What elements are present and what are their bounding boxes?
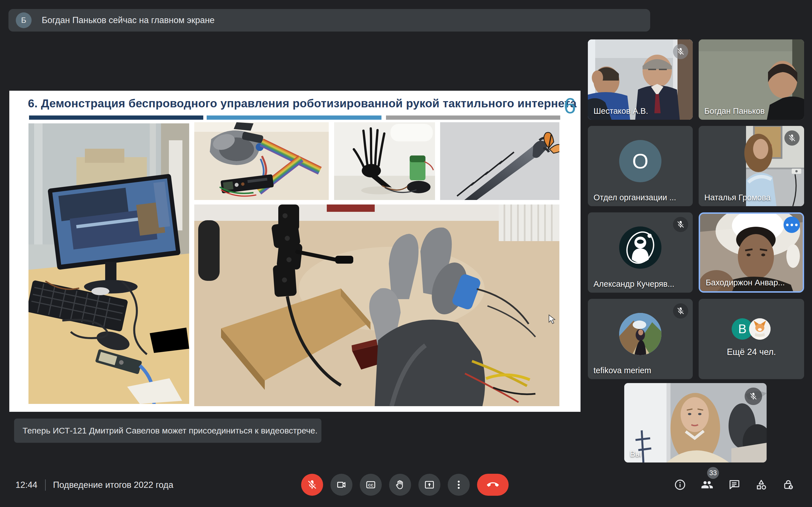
- bottom-bar-divider: [45, 480, 46, 491]
- participant-name: Наталья Громова: [704, 193, 770, 202]
- figure-avatar-icon: [619, 226, 661, 269]
- camera-toggle-button[interactable]: [331, 474, 352, 496]
- participant-name: Александр Кучеряв...: [594, 279, 674, 289]
- participant-name: Отдел организации ...: [594, 193, 676, 202]
- meeting-title: Подведение итогов 2022 года: [53, 480, 173, 491]
- clock-time: 12:44: [15, 480, 38, 491]
- more-dot: [786, 224, 789, 226]
- mic-muted-indicator: [673, 303, 688, 319]
- participant-name: Богдан Паньков: [704, 107, 765, 116]
- slide-photo-robot-hand: [334, 122, 435, 200]
- meeting-details-button[interactable]: [674, 478, 686, 491]
- title-underline-blue: [207, 115, 382, 120]
- photo-avatar: [619, 313, 661, 355]
- participant-tile-bogdan[interactable]: Богдан Паньков: [699, 40, 804, 120]
- letter-avatar-initial: О: [632, 149, 649, 173]
- presenter-avatar-letter: Б: [21, 16, 26, 25]
- fox-avatar-icon: [749, 318, 770, 340]
- info-icon: [674, 478, 686, 491]
- call-end-icon: [487, 479, 499, 491]
- mic-muted-indicator: [673, 217, 688, 232]
- participant-tile-overflow[interactable]: B Ещё 24 чел.: [699, 299, 804, 379]
- presenter-avatar: Б: [16, 12, 32, 28]
- slide-photo-desk-monitor: [29, 123, 189, 404]
- slide-photo-glove-cables: [194, 122, 329, 200]
- mic-off-icon: [307, 480, 317, 490]
- raise-hand-button[interactable]: [389, 474, 411, 496]
- tile-more-options-button[interactable]: [783, 217, 800, 233]
- mic-muted-indicator: [784, 130, 800, 146]
- participant-tile-aleksandr[interactable]: Александр Кучеряв...: [588, 212, 693, 293]
- overflow-count-label: Ещё 24 чел.: [699, 347, 804, 357]
- slide-photo-robot-arm-butterfly: [440, 122, 559, 200]
- mic-off-icon: [676, 307, 685, 315]
- self-view-label: Вы: [630, 449, 641, 459]
- mouse-cursor: [548, 314, 556, 325]
- presenting-banner: Б Богдан Паньков сейчас на главном экран…: [8, 9, 650, 32]
- slide-number: 6: [564, 93, 576, 119]
- participant-tile-shestakov[interactable]: Шестаков А.В.: [588, 40, 693, 120]
- image-avatar: [619, 226, 661, 269]
- present-screen-button[interactable]: [418, 474, 441, 496]
- meeting-info-controls: [674, 478, 795, 491]
- letter-avatar: О: [619, 140, 661, 182]
- mic-muted-indicator: [745, 388, 762, 405]
- captions-button[interactable]: CC: [360, 474, 382, 496]
- host-controls-button[interactable]: [782, 478, 795, 491]
- more-options-button[interactable]: [448, 474, 470, 496]
- chat-icon: [728, 478, 741, 491]
- participant-name: Шестаков А.В.: [594, 107, 648, 116]
- captions-icon: CC: [365, 480, 376, 490]
- title-underline-dark: [29, 115, 203, 120]
- photo-avatar-image: [619, 313, 661, 355]
- call-controls: CC: [301, 474, 509, 496]
- more-vert-icon: [453, 480, 464, 490]
- more-dot: [795, 224, 798, 226]
- raise-hand-icon: [395, 480, 405, 490]
- mic-off-icon: [676, 47, 685, 56]
- join-toast-text: Теперь ИСТ-121 Дмитрий Савелов может при…: [22, 426, 317, 436]
- mic-muted-indicator: [673, 44, 688, 59]
- overflow-avatar-initial: B: [738, 322, 746, 336]
- cc-label: CC: [368, 483, 373, 487]
- mic-off-icon: [676, 220, 685, 229]
- mic-off-icon: [788, 134, 796, 142]
- mic-off-icon: [749, 392, 758, 400]
- more-dot: [791, 224, 793, 226]
- overflow-avatar-image: [749, 318, 770, 340]
- participant-tile-bahodirzhon[interactable]: Баходиржон Анвар...: [699, 212, 804, 293]
- chat-button[interactable]: [728, 478, 741, 491]
- title-underline-gray: [386, 115, 560, 120]
- presenting-banner-text: Богдан Паньков сейчас на главном экране: [42, 15, 214, 25]
- videocam-icon: [336, 480, 347, 490]
- lock-person-icon: [782, 478, 795, 491]
- meet-window: Б Богдан Паньков сейчас на главном экран…: [0, 0, 812, 507]
- activities-button[interactable]: [755, 478, 767, 491]
- participant-tile-natalya[interactable]: Наталья Громова: [699, 126, 804, 206]
- overflow-avatars: B: [732, 318, 771, 340]
- shared-screen-slide: 6. Демонстрация беспроводного управления…: [9, 91, 580, 412]
- participant-tile-otdel[interactable]: О Отдел организации ...: [588, 126, 693, 206]
- activities-icon: [755, 478, 767, 491]
- slide-photo-main-demo: [194, 205, 559, 406]
- join-toast: Теперь ИСТ-121 Дмитрий Савелов может при…: [14, 418, 321, 443]
- participants-count-badge: 33: [707, 467, 719, 479]
- self-view-tile[interactable]: Вы: [624, 383, 767, 462]
- participants-button[interactable]: [701, 478, 713, 491]
- slide-title: 6. Демонстрация беспроводного управления…: [28, 97, 558, 110]
- people-icon: [701, 478, 713, 491]
- leave-call-button[interactable]: [477, 474, 509, 496]
- participants-count: 33: [709, 469, 717, 477]
- participant-name: tefikova meriem: [594, 366, 651, 375]
- participant-name: Баходиржон Анвар...: [706, 278, 785, 287]
- present-to-all-icon: [424, 480, 435, 490]
- mic-toggle-button[interactable]: [301, 474, 323, 496]
- participant-tile-tefikova[interactable]: tefikova meriem: [588, 299, 693, 379]
